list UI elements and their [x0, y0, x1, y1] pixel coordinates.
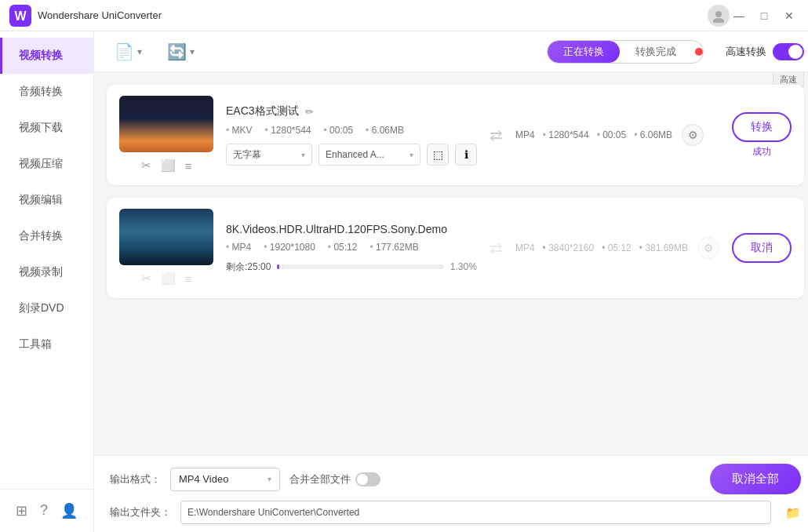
filename-1: EAC3格式测试 ✏	[226, 104, 477, 118]
folder-icon[interactable]: 📁	[785, 505, 801, 520]
high-speed-toggle[interactable]	[773, 43, 804, 60]
cancel-all-button[interactable]: 取消全部	[710, 464, 801, 494]
progress-row-2: 剩余:25:00 1.30%	[226, 261, 477, 274]
cancel-button-2[interactable]: 取消	[732, 233, 792, 263]
format-chevron-icon: ▾	[268, 475, 271, 483]
output-label: 输出文件夹：	[110, 505, 171, 519]
add-folder-button[interactable]: 🔄 ▾	[159, 38, 202, 66]
subtitle-row-1: 无字幕 ▾ Enhanced A... ▾ ⬚ ℹ	[226, 144, 477, 166]
sidebar: 视频转换 音频转换 视频下载 视频压缩 视频编辑 合并转换 视频录制 刻录DVD…	[0, 31, 94, 532]
card1-action: 转换 成功	[732, 112, 792, 159]
recording-dot	[695, 48, 703, 56]
tab-converting[interactable]: 正在转换	[548, 41, 620, 63]
bottom-row-format: 输出格式： MP4 Video ▾ 合并全部文件 取消全部	[110, 464, 801, 494]
subtitle-info-icon[interactable]: ℹ	[455, 144, 477, 166]
convert-arrow-1[interactable]: ⇄	[490, 126, 503, 144]
high-speed-area: 高速转换	[726, 43, 804, 60]
content-area: ✂ ⬜ ≡ EAC3格式测试 ✏ MKV 1280*544 00:05 6.06…	[94, 72, 808, 455]
format-select[interactable]: MP4 Video ▾	[170, 468, 280, 491]
profile-icon[interactable]: 👤	[60, 502, 78, 519]
thumbnail-2	[119, 209, 213, 265]
bottom-bar: 输出格式： MP4 Video ▾ 合并全部文件 取消全部 输出文件夹： E:\…	[94, 455, 808, 532]
sidebar-item-audio-convert[interactable]: 音频转换	[0, 74, 93, 110]
edit-icon-1[interactable]: ✏	[305, 106, 314, 118]
output-info-2: MP4 3840*2160 05:12 381.69MB ⚙	[515, 237, 719, 259]
thumb-image-1	[119, 96, 213, 152]
thumb-controls-1: ✂ ⬜ ≡	[119, 157, 213, 174]
success-label-1: 成功	[752, 145, 771, 159]
svg-point-3	[713, 18, 724, 23]
main-content: 📄 ▾ 🔄 ▾ 正在转换 转换完成 高速转换 高速	[94, 31, 808, 532]
sidebar-item-toolbox[interactable]: 工具箱	[0, 326, 93, 363]
convert-arrow-2: ⇄	[490, 239, 503, 257]
sidebar-item-burn-dvd[interactable]: 刻录DVD	[0, 290, 93, 326]
enhanced-chevron-icon: ▾	[409, 151, 413, 159]
subtitle-select[interactable]: 无字幕 ▾	[226, 144, 312, 166]
maximize-button[interactable]: □	[755, 6, 773, 25]
window-controls: — □ ✕	[730, 6, 799, 25]
thumbnail-wrap-1: ✂ ⬜ ≡	[119, 96, 213, 174]
file-info-2: 8K.Videos.HDR.UltraHD.120FPS.Sony.Demo M…	[226, 223, 477, 274]
subtitle-chevron-icon: ▾	[301, 151, 305, 159]
trim-icon[interactable]: ✂	[140, 157, 153, 174]
thumb-controls-2: ✂ ⬜ ≡	[119, 270, 213, 287]
svg-point-2	[715, 11, 722, 17]
progress-bar-fill	[277, 264, 279, 269]
crop-icon[interactable]: ⬜	[159, 157, 177, 174]
subtitle-add-icon[interactable]: ⬚	[427, 144, 449, 166]
thumb-image-2	[119, 209, 213, 265]
format-label: 输出格式：	[110, 472, 161, 486]
toolbar: 📄 ▾ 🔄 ▾ 正在转换 转换完成 高速转换 高速	[94, 31, 808, 72]
layout-icon[interactable]: ⊞	[16, 502, 27, 519]
svg-text:W: W	[14, 9, 27, 23]
add-folder-icon: 🔄	[167, 42, 187, 61]
thumbnail-wrap-2: ✂ ⬜ ≡	[119, 209, 213, 287]
thumbnail-1	[119, 96, 213, 152]
app-title: Wondershare UniConverter	[38, 9, 708, 21]
merge-toggle-switch[interactable]	[355, 472, 380, 486]
sidebar-item-video-record[interactable]: 视频录制	[0, 254, 93, 290]
out-meta-2: MP4 3840*2160 05:12 381.69MB	[515, 242, 688, 253]
output-info-1: MP4 1280*544 00:05 6.06MB ⚙	[515, 124, 719, 146]
tab-switcher: 正在转换 转换完成	[547, 40, 704, 64]
file-meta-1: MKV 1280*544 00:05 6.06MB	[226, 125, 477, 136]
titlebar: W Wondershare UniConverter — □ ✕	[0, 0, 808, 31]
convert-button-1[interactable]: 转换	[732, 112, 792, 142]
progress-pct: 1.30%	[450, 261, 477, 272]
time-remain: 剩余:25:00	[226, 261, 271, 274]
close-button[interactable]: ✕	[780, 6, 799, 25]
output-settings-icon-2: ⚙	[697, 237, 719, 259]
sidebar-bottom: ⊞ ? 👤	[0, 489, 93, 532]
output-path-select[interactable]: E:\Wondershare UniConverter\Converted	[180, 501, 771, 524]
enhanced-select[interactable]: Enhanced A... ▾	[318, 144, 420, 166]
add-folder-chevron-icon: ▾	[190, 46, 195, 57]
trim-icon-2: ✂	[140, 270, 153, 287]
sidebar-item-video-edit[interactable]: 视频编辑	[0, 182, 93, 218]
help-icon[interactable]: ?	[40, 502, 48, 519]
progress-bar-bg	[277, 264, 443, 269]
more-icon[interactable]: ≡	[184, 157, 194, 174]
user-avatar[interactable]	[708, 5, 730, 27]
sidebar-item-video-convert[interactable]: 视频转换	[0, 38, 93, 74]
add-file-button[interactable]: 📄 ▾	[107, 38, 150, 66]
crop-icon-2: ⬜	[159, 270, 177, 287]
output-settings-icon[interactable]: ⚙	[682, 124, 704, 146]
video-card-1: ✂ ⬜ ≡ EAC3格式测试 ✏ MKV 1280*544 00:05 6.06…	[107, 85, 804, 185]
card2-action: 取消	[732, 233, 792, 263]
high-speed-label: 高速转换	[726, 45, 766, 59]
more-icon-2: ≡	[184, 270, 194, 287]
minimize-button[interactable]: —	[730, 6, 748, 25]
video-card-2: ✂ ⬜ ≡ 8K.Videos.HDR.UltraHD.120FPS.Sony.…	[107, 198, 804, 298]
sidebar-item-video-download[interactable]: 视频下载	[0, 110, 93, 146]
add-file-icon: 📄	[115, 42, 134, 61]
file-meta-2: MP4 1920*1080 05:12 177.62MB	[226, 242, 477, 253]
tab-done[interactable]: 转换完成	[620, 41, 692, 63]
sidebar-item-video-compress[interactable]: 视频压缩	[0, 146, 93, 182]
file-info-1: EAC3格式测试 ✏ MKV 1280*544 00:05 6.06MB 无字幕…	[226, 104, 477, 166]
app-body: 视频转换 音频转换 视频下载 视频压缩 视频编辑 合并转换 视频录制 刻录DVD…	[0, 31, 808, 532]
add-file-chevron-icon: ▾	[137, 46, 142, 57]
app-logo: W	[9, 5, 31, 27]
out-meta-1: MP4 1280*544 00:05 6.06MB	[515, 129, 672, 140]
bottom-row-output: 输出文件夹： E:\Wondershare UniConverter\Conve…	[110, 501, 801, 524]
sidebar-item-merge-convert[interactable]: 合并转换	[0, 218, 93, 254]
